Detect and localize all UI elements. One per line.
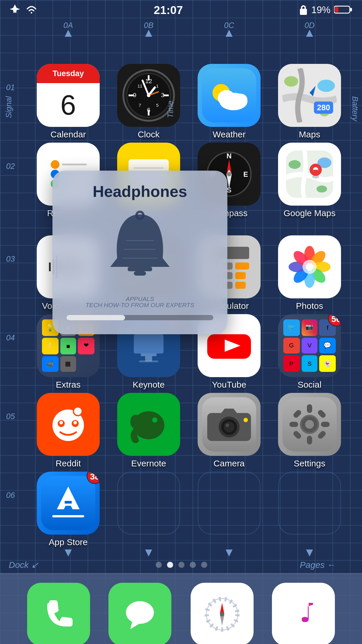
weather-label: Weather xyxy=(213,130,246,139)
maps-icon: 280 xyxy=(278,64,341,127)
pages-dots: Dock ↙ Pages ← xyxy=(0,556,362,573)
wifi-icon xyxy=(25,4,38,16)
app-item-camera[interactable]: Camera xyxy=(191,393,267,468)
svg-rect-88 xyxy=(235,272,246,279)
svg-rect-133 xyxy=(307,436,312,444)
row-label-02: 02 xyxy=(6,162,15,171)
svg-text:6: 6 xyxy=(147,106,150,113)
cal-body: 6 xyxy=(60,83,76,127)
status-left xyxy=(9,4,38,16)
empty-icon-1 xyxy=(117,472,180,535)
svg-rect-135 xyxy=(321,422,330,427)
svg-point-28 xyxy=(284,76,298,87)
svg-point-127 xyxy=(226,424,229,427)
pages-label: Pages ← xyxy=(300,560,336,570)
app-item-maps[interactable]: 280 Maps xyxy=(272,64,347,139)
app-item-evernote[interactable]: Evernote xyxy=(111,393,186,468)
svg-text:E: E xyxy=(243,170,248,178)
googlemaps-icon xyxy=(278,143,341,206)
svg-point-58 xyxy=(317,186,327,192)
row-label-06: 06 xyxy=(6,491,15,500)
empty-icon-2 xyxy=(198,472,261,535)
svg-text:7: 7 xyxy=(139,103,141,108)
clock-label: Clock xyxy=(138,130,159,139)
app-item-calendar[interactable]: Tuesday 6 Calendar xyxy=(31,64,106,139)
svg-rect-150 xyxy=(285,596,322,633)
cal-day: Tuesday xyxy=(52,69,84,78)
app-item-clock[interactable]: 12 3 6 9 1 11 7 5 Clock xyxy=(111,64,186,139)
battery-icon xyxy=(334,4,353,15)
camera-svg xyxy=(202,397,256,452)
calendar-icon: Tuesday 6 xyxy=(37,64,100,127)
svg-point-143 xyxy=(126,601,154,624)
svg-text:12: 12 xyxy=(145,78,152,84)
svg-point-101 xyxy=(303,260,317,274)
svg-point-121 xyxy=(130,415,141,429)
svg-rect-91 xyxy=(235,282,246,289)
photos-icon xyxy=(278,235,341,298)
page-dot-1 xyxy=(155,562,161,568)
dock-messages[interactable] xyxy=(109,583,172,644)
app-item-googlemaps[interactable]: Google Maps xyxy=(272,143,347,218)
svg-rect-0 xyxy=(300,9,307,15)
status-right: 19% xyxy=(299,4,353,15)
social-label: Social xyxy=(298,380,321,389)
status-bar: 21:07 19% xyxy=(0,0,362,19)
svg-text:11: 11 xyxy=(138,83,143,88)
settings-label: Settings xyxy=(294,459,325,468)
extras-label: Extras xyxy=(56,380,80,389)
app-row-06: 06 38 xyxy=(31,472,353,547)
photos-label: Photos xyxy=(296,301,323,311)
dock xyxy=(0,573,362,644)
weather-icon xyxy=(198,64,261,127)
svg-point-128 xyxy=(244,418,248,422)
app-item-settings[interactable]: Settings xyxy=(272,393,347,468)
reddit-icon xyxy=(37,393,100,456)
dock-phone[interactable] xyxy=(27,583,90,644)
row-label-04: 04 xyxy=(6,333,15,342)
headphones-bell-svg xyxy=(105,210,175,289)
col-label-0d: 0D xyxy=(272,21,347,30)
volume-bar[interactable] xyxy=(66,315,213,320)
app-item-social[interactable]: 🐦 📷 f G V 💬 P S 👻 56 Social xyxy=(272,314,347,389)
app-item-weather[interactable]: Weather xyxy=(191,64,267,139)
reddit-label: Reddit xyxy=(56,459,81,468)
axis-signal-label: Signal xyxy=(4,96,13,118)
safari-dock-icon xyxy=(190,583,253,644)
volume-fill xyxy=(66,315,125,320)
svg-rect-103 xyxy=(134,334,164,354)
settings-svg xyxy=(282,397,337,452)
axis-battery-label: Battery xyxy=(351,96,359,121)
evernote-label: Evernote xyxy=(131,459,166,468)
googlemaps-svg xyxy=(282,147,337,201)
svg-point-34 xyxy=(51,160,59,169)
evernote-svg xyxy=(122,397,176,452)
empty-slot-2 xyxy=(191,472,267,535)
safari-icon xyxy=(203,596,240,633)
social-icon: 🐦 📷 f G V 💬 P S 👻 56 xyxy=(278,314,341,377)
appstore-svg xyxy=(41,476,95,530)
headphones-title: Headphones xyxy=(66,183,213,201)
svg-text:3: 3 xyxy=(161,92,164,98)
app-item-reddit[interactable]: Reddit xyxy=(31,393,106,468)
svg-point-120 xyxy=(152,417,157,423)
app-item-appstore[interactable]: 38 App Store xyxy=(31,472,106,547)
col-label-0a: 0A xyxy=(31,21,106,30)
appstore-label: App Store xyxy=(49,537,87,547)
cal-header: Tuesday xyxy=(37,64,100,83)
headphones-icon-area xyxy=(66,210,213,289)
camera-label: Camera xyxy=(214,459,245,468)
watermark-text: APPUALSTECH HOW-TO FROM OUR EXPERTS xyxy=(66,296,213,308)
svg-point-114 xyxy=(59,421,63,424)
svg-rect-151 xyxy=(128,267,152,271)
lock-icon xyxy=(299,4,308,15)
svg-point-57 xyxy=(289,160,301,169)
app-row-01: 01 Tuesday 6 Calendar 1 xyxy=(31,64,353,139)
svg-point-131 xyxy=(305,420,314,429)
svg-point-30 xyxy=(317,80,335,92)
app-item-photos[interactable]: Photos xyxy=(272,235,347,311)
photos-svg xyxy=(282,240,337,294)
music-dock-icon xyxy=(272,583,335,644)
dock-music[interactable] xyxy=(272,583,335,644)
dock-safari[interactable] xyxy=(190,583,253,644)
